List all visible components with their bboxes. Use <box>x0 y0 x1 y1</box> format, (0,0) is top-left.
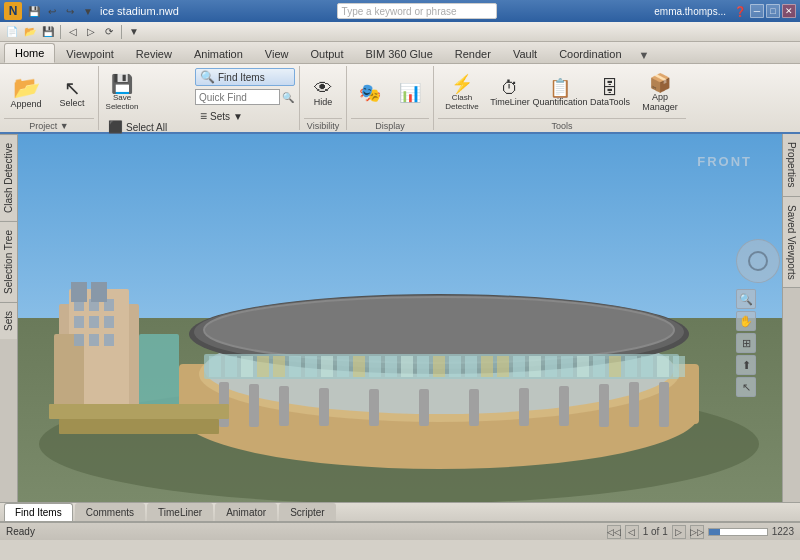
tab-render[interactable]: Render <box>444 43 502 63</box>
timeliner-button[interactable]: ⏱ TimeLiner <box>488 68 532 118</box>
qa-open[interactable]: 📂 <box>22 24 38 40</box>
walk-btn[interactable]: ⬆ <box>736 355 756 375</box>
keyword-search[interactable]: Type a keyword or phrase <box>337 3 497 19</box>
quantification-button[interactable]: 📋 Quantification <box>534 68 586 118</box>
main-area: Clash Detective Selection Tree Sets <box>0 134 800 502</box>
qa-more[interactable]: ▼ <box>126 24 142 40</box>
quick-find-icon: 🔍 <box>282 92 294 103</box>
tab-viewpoint[interactable]: Viewpoint <box>55 43 125 63</box>
quick-find-input[interactable] <box>195 89 280 105</box>
help-btn[interactable]: ❓ <box>732 3 748 19</box>
app-manager-button[interactable]: 📦 App Manager <box>634 68 686 118</box>
svg-rect-17 <box>321 356 333 377</box>
clash-detective-button[interactable]: ⚡ Clash Detective <box>438 68 486 118</box>
svg-rect-46 <box>469 389 479 426</box>
svg-rect-13 <box>257 356 269 377</box>
display-icon2: 📊 <box>399 84 421 102</box>
svg-rect-14 <box>273 356 285 377</box>
tab-review[interactable]: Review <box>125 43 183 63</box>
save-selection-button[interactable]: 💾 Save Selection <box>103 68 141 118</box>
bottom-tab-animator[interactable]: Animator <box>215 503 277 521</box>
select-all-icon: ⬛ <box>108 120 123 134</box>
svg-rect-36 <box>625 356 637 377</box>
minimize-btn[interactable]: ─ <box>750 4 764 18</box>
visibility-group-label: Visibility <box>304 118 342 131</box>
page-last-btn[interactable]: ▷▷ <box>690 525 704 539</box>
page-prev-btn[interactable]: ◁◁ <box>607 525 621 539</box>
sets-dropdown-icon: ▼ <box>233 111 243 122</box>
tab-coordination[interactable]: Coordination <box>548 43 632 63</box>
append-icon: 📂 <box>13 77 40 99</box>
clash-detective-label: Clash Detective <box>441 93 483 111</box>
svg-rect-47 <box>519 388 529 426</box>
timeliner-icon: ⏱ <box>501 79 519 97</box>
tab-home[interactable]: Home <box>4 43 55 63</box>
progress-fill <box>709 529 721 535</box>
select-col-right: 🔍 Find Items 🔍 ≡ Sets ▼ <box>195 68 295 124</box>
svg-rect-16 <box>305 356 317 377</box>
look-btn[interactable]: ↖ <box>736 377 756 397</box>
qa-save[interactable]: 💾 <box>26 3 42 19</box>
datatools-button[interactable]: 🗄 DataTools <box>588 68 632 118</box>
bottom-tab-find-items[interactable]: Find Items <box>4 503 73 521</box>
close-btn[interactable]: ✕ <box>782 4 796 18</box>
sidebar-tab-clash[interactable]: Clash Detective <box>0 134 17 221</box>
hide-button[interactable]: 👁 Hide <box>304 68 342 118</box>
page-back-btn[interactable]: ◁ <box>625 525 639 539</box>
save-selection-label: Save Selection <box>106 93 139 111</box>
svg-rect-15 <box>289 356 301 377</box>
zoom-in-btn[interactable]: 🔍 <box>736 289 756 309</box>
tab-bim360[interactable]: BIM 360 Glue <box>355 43 444 63</box>
viewport[interactable]: FRONT 🔍 ✋ ⊞ ⬆ ↖ <box>18 134 782 502</box>
qa-settings[interactable]: ▼ <box>80 3 96 19</box>
find-items-button[interactable]: 🔍 Find Items <box>195 68 295 86</box>
svg-rect-11 <box>225 356 237 377</box>
svg-rect-31 <box>545 356 557 377</box>
qa-new[interactable]: 📄 <box>4 24 20 40</box>
tab-output[interactable]: Output <box>300 43 355 63</box>
append-label: Append <box>10 99 41 109</box>
sidebar-tab-properties[interactable]: Properties <box>783 134 800 197</box>
append-button[interactable]: 📂 Append <box>4 68 48 118</box>
sidebar-tab-sets[interactable]: Sets <box>0 302 17 339</box>
svg-rect-63 <box>104 334 114 346</box>
ribbon-more[interactable]: ▼ <box>637 47 652 63</box>
qa-forward[interactable]: ▷ <box>83 24 99 40</box>
display-btn2[interactable]: 📊 <box>391 68 429 118</box>
qa-redo[interactable]: ↪ <box>62 3 78 19</box>
tab-animation[interactable]: Animation <box>183 43 254 63</box>
bottom-tab-scripter[interactable]: Scripter <box>279 503 335 521</box>
tab-view[interactable]: View <box>254 43 300 63</box>
qa-back[interactable]: ◁ <box>65 24 81 40</box>
hide-label: Hide <box>314 97 333 107</box>
svg-rect-27 <box>481 356 493 377</box>
qa-undo[interactable]: ↩ <box>44 3 60 19</box>
select-button[interactable]: ↖ Select <box>50 68 94 118</box>
timeliner-label: TimeLiner <box>490 97 530 107</box>
display-btn1[interactable]: 🎭 <box>351 68 389 118</box>
page-next-btn[interactable]: ▷ <box>672 525 686 539</box>
pan-btn[interactable]: ✋ <box>736 311 756 331</box>
status-bar: Ready ◁◁ ◁ 1 of 1 ▷ ▷▷ 1223 <box>0 522 800 540</box>
sidebar-tab-saved-viewports[interactable]: Saved Viewports <box>783 197 800 289</box>
display-icon1: 🎭 <box>359 84 381 102</box>
svg-rect-44 <box>369 389 379 426</box>
qa-save2[interactable]: 💾 <box>40 24 56 40</box>
bottom-tab-timeliner[interactable]: TimeLiner <box>147 503 213 521</box>
page-indicator: 1 of 1 <box>643 526 668 537</box>
sets-button[interactable]: ≡ Sets ▼ <box>195 108 248 124</box>
select-all-button[interactable]: ⬛ Select All <box>103 119 193 135</box>
bottom-tab-comments[interactable]: Comments <box>75 503 145 521</box>
orbit-control[interactable] <box>736 239 780 283</box>
maximize-btn[interactable]: □ <box>766 4 780 18</box>
separator1 <box>60 25 61 39</box>
bottom-tabs-bar: Find Items Comments TimeLiner Animator S… <box>0 502 800 522</box>
left-sidebar: Clash Detective Selection Tree Sets <box>0 134 18 502</box>
qa-refresh[interactable]: ⟳ <box>101 24 117 40</box>
ribbon-group-select: 💾 Save Selection ⬛ Select All ⬛ Select S… <box>99 66 300 130</box>
datatools-label: DataTools <box>590 97 630 107</box>
zoom-extents-btn[interactable]: ⊞ <box>736 333 756 353</box>
app-manager-label: App Manager <box>637 92 683 112</box>
sidebar-tab-selection-tree[interactable]: Selection Tree <box>0 221 17 302</box>
tab-vault[interactable]: Vault <box>502 43 548 63</box>
